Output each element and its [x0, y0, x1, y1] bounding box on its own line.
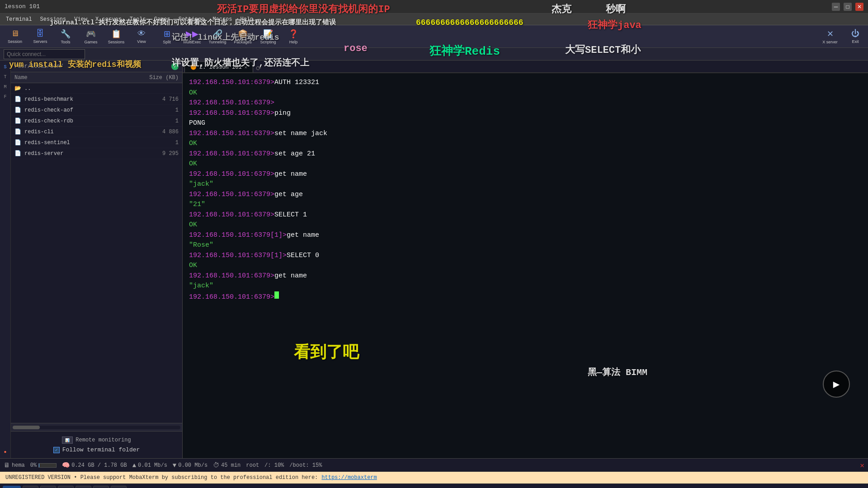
status-netdown: ▼ 0.00 Mb/s	[173, 462, 208, 469]
games-icon: 🎮	[86, 29, 96, 39]
cpu-pct-text: 0%	[30, 462, 37, 469]
status-disk-root: /: 10%	[264, 462, 284, 469]
scrollbar-thumb[interactable]	[13, 426, 40, 429]
terminal-line: 192.168.150.101:6379> set name jack	[189, 129, 862, 139]
terminal-line: 192.168.150.101:6379> get age	[189, 190, 862, 200]
tab-icon: 🟠	[190, 64, 197, 70]
terminal-line: 192.168.150.101:6379[1]> get name	[189, 230, 862, 241]
file-row[interactable]: 📄 redis-check-rdb 1	[11, 116, 182, 127]
file-row[interactable]: 📄 redis-sentinel 1	[11, 137, 182, 148]
toolbar-exit-label: Exit	[852, 39, 859, 44]
file-row[interactable]: 📂 ..	[11, 83, 182, 94]
horizontal-scrollbar[interactable]	[11, 423, 182, 431]
view-icon: 👁	[137, 29, 146, 38]
sidebar-sftp-icon[interactable]: F	[1, 92, 10, 101]
menu-sessions[interactable]: Sessions	[37, 15, 70, 23]
taskbar-app-explorer[interactable]: 📁	[23, 486, 38, 488]
terminal-panel: 🟠 2. lesson 101 ✕ ⟳ 192.168.150.101:6379…	[183, 61, 868, 458]
taskbar-app-ppt[interactable]: 📊	[58, 486, 74, 488]
terminal-line: OK	[189, 88, 862, 99]
toolbar-xserver-btn[interactable]: ✕ X server	[816, 27, 844, 47]
terminal-content[interactable]: 192.168.150.101:6379> AUTH 123321OK192.1…	[183, 73, 868, 458]
toolbar-view-btn[interactable]: 👁 View	[130, 27, 153, 47]
file-row[interactable]: 📄 redis-server 9 295	[11, 148, 182, 159]
toolbar-scripting-btn[interactable]: 📝 Scripting	[257, 27, 279, 47]
toolbar-games-btn[interactable]: 🎮 Games	[80, 27, 102, 47]
file-name-column-header: Name	[14, 75, 142, 81]
terminal-command: get name	[287, 230, 319, 241]
menu-tools[interactable]: Tools	[126, 15, 150, 23]
path-ok-indicator: ✓	[171, 63, 179, 70]
tab-refresh-btn[interactable]: ⟳	[256, 65, 261, 72]
cpu-bar	[38, 463, 57, 468]
sidebar-macros-icon[interactable]: M	[1, 82, 10, 91]
toolbar-split-btn[interactable]: ⊞ Split	[156, 27, 178, 47]
file-row[interactable]: 📄 redis-check-aof 1	[11, 105, 182, 116]
status-netup: ▲ 0.01 Mb/s	[132, 462, 167, 469]
terminal-tab-active[interactable]: 🟠 2. lesson 101 ✕	[184, 61, 253, 72]
menu-help[interactable]: Help	[237, 15, 257, 23]
toolbar-packages-btn[interactable]: 📦 Packages	[231, 27, 254, 47]
title-bar-controls: ─ □ ✕	[832, 3, 863, 11]
sidebar-tools-icon[interactable]: T	[1, 72, 10, 81]
terminal-response: "jack"	[189, 179, 213, 190]
terminal-line: 192.168.150.101:6379> get name	[189, 271, 862, 282]
start-button[interactable]: ⊞	[3, 486, 21, 488]
toolbar-session-btn[interactable]: 🖥 Session	[4, 27, 26, 47]
scripting-icon: 📝	[263, 29, 273, 39]
terminal-line: 192.168.150.101:6379> ping	[189, 108, 862, 119]
exit-icon: ⏻	[851, 29, 859, 38]
quick-connect-input[interactable]	[4, 49, 85, 59]
terminal-line: "Rose"	[189, 240, 862, 251]
main-layout: S T M F ● /usr/local/bin/ ✓ Name Size (K…	[0, 61, 868, 458]
follow-folder-check[interactable]: ✓	[53, 447, 60, 453]
file-row[interactable]: 📄 redis-cli 4 886	[11, 127, 182, 137]
menu-settings[interactable]: Settings	[175, 15, 208, 23]
netdown-text: 0.00 Mb/s	[178, 462, 208, 469]
menu-xserver[interactable]: X server	[92, 15, 125, 23]
toolbar-servers-btn[interactable]: 🗄 Servers	[29, 27, 52, 47]
taskbar-app-notepad[interactable]: 📝	[93, 486, 109, 488]
play-button[interactable]: ▶	[823, 371, 850, 398]
terminal-line: OK	[189, 220, 862, 230]
file-name: redis-cli	[24, 129, 142, 135]
toolbar-tools-btn[interactable]: 🔧 Tools	[54, 27, 77, 47]
sidebar-sessions-icon[interactable]: S	[1, 62, 10, 71]
tab-close-btn[interactable]: ✕	[245, 65, 247, 70]
unreg-link[interactable]: https://mobaxterm	[321, 474, 377, 481]
remote-monitoring-btn[interactable]: 📊 Remote monitoring	[62, 436, 131, 444]
minimize-button[interactable]: ─	[832, 3, 840, 11]
toolbar-exit-btn[interactable]: ⏻ Exit	[846, 27, 864, 47]
toolbar-tunneling-label: Tunneling	[208, 40, 226, 44]
terminal-line: OK	[189, 159, 862, 169]
status-close-icon[interactable]: ✕	[860, 461, 864, 470]
file-panel-path: /usr/local/bin/ ✓	[11, 61, 182, 72]
taskbar-app-red[interactable]: 🔴	[111, 486, 127, 488]
taskbar-app-chat[interactable]: 💬	[75, 486, 91, 488]
menu-view[interactable]: View	[71, 15, 91, 23]
menu-terminal[interactable]: Terminal	[2, 15, 36, 23]
maximize-button[interactable]: □	[844, 3, 852, 11]
terminal-prompt: 192.168.150.101:6379	[189, 129, 270, 139]
menu-macros[interactable]: Macros	[209, 15, 236, 23]
follow-folder-checkbox[interactable]: ✓ Follow terminal folder	[53, 446, 140, 453]
terminal-command: set name jack	[274, 129, 327, 139]
toolbar-tunneling-btn[interactable]: 🔗 Tunneling	[206, 27, 229, 47]
menu-games[interactable]: Games	[151, 15, 174, 23]
file-panel-bottom: 📊 Remote monitoring ✓ Follow terminal fo…	[11, 431, 182, 458]
toolbar-xserver-label: X server	[822, 40, 838, 44]
file-name: redis-check-rdb	[24, 118, 142, 124]
terminal-line: OK	[189, 261, 862, 271]
uptime-icon: ⏱	[213, 462, 219, 469]
toolbar-multiexec-btn[interactable]: ▶▶ MultiExec	[181, 27, 203, 47]
toolbar-help-btn[interactable]: ❓ Help	[282, 27, 305, 47]
remote-monitoring-label: Remote monitoring	[75, 437, 131, 443]
toolbar-help-label: Help	[289, 40, 298, 44]
taskbar-app-browser[interactable]: 🌐	[40, 486, 56, 488]
terminal-response: PONG	[189, 118, 205, 129]
toolbar-split-label: Split	[163, 40, 171, 44]
file-row[interactable]: 📄 redis-benchmark 4 716	[11, 94, 182, 105]
sessions-icon: 📋	[111, 29, 121, 39]
close-button[interactable]: ✕	[855, 3, 863, 11]
toolbar-sessions-btn[interactable]: 📋 Sessions	[105, 27, 127, 47]
